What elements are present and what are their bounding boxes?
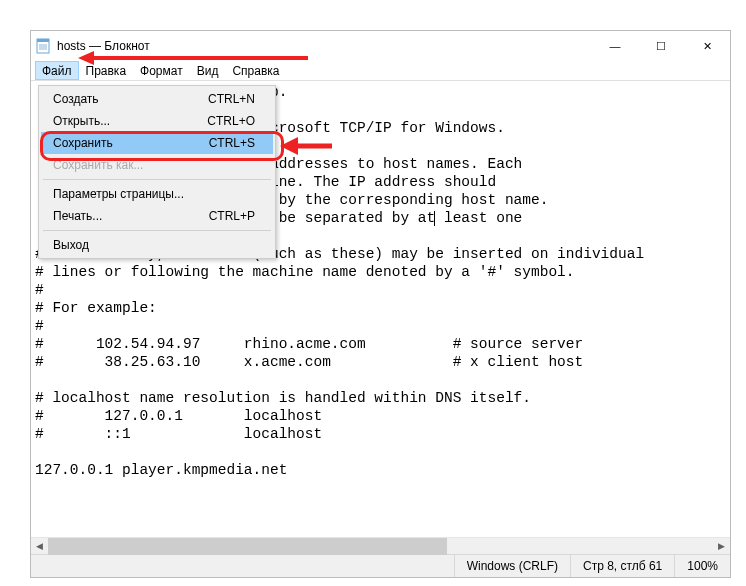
menu-label: Выход bbox=[53, 238, 89, 252]
menu-separator bbox=[43, 179, 271, 180]
notepad-icon bbox=[35, 38, 51, 54]
menu-view[interactable]: Вид bbox=[190, 61, 226, 80]
editor-line: # ::1 localhost bbox=[35, 425, 726, 443]
titlebar[interactable]: hosts — Блокнот — ☐ ✕ bbox=[31, 31, 730, 61]
menu-shortcut: CTRL+P bbox=[209, 209, 255, 223]
editor-line: # For example: bbox=[35, 299, 726, 317]
maximize-button[interactable]: ☐ bbox=[638, 31, 684, 61]
menu-separator bbox=[43, 230, 271, 231]
editor-line: # localhost name resolution is handled w… bbox=[35, 389, 726, 407]
editor-line: # lines or following the machine name de… bbox=[35, 263, 726, 281]
menu-help[interactable]: Справка bbox=[225, 61, 286, 80]
scroll-left-button[interactable]: ◀ bbox=[31, 538, 48, 555]
menu-label: Создать bbox=[53, 92, 99, 106]
status-encoding: Windows (CRLF) bbox=[454, 555, 570, 577]
menu-label: Сохранить bbox=[53, 136, 113, 150]
editor-line: # bbox=[35, 317, 726, 335]
menu-item-open[interactable]: Открыть...CTRL+O bbox=[41, 110, 273, 132]
menu-item-create[interactable]: СоздатьCTRL+N bbox=[41, 88, 273, 110]
menu-shortcut: CTRL+O bbox=[207, 114, 255, 128]
editor-line: # 38.25.63.10 x.acme.com # x client host bbox=[35, 353, 726, 371]
menu-item-print[interactable]: Печать...CTRL+P bbox=[41, 205, 273, 227]
editor-line bbox=[35, 443, 726, 461]
editor-line: # bbox=[35, 281, 726, 299]
menu-format[interactable]: Формат bbox=[133, 61, 190, 80]
menu-shortcut: CTRL+S bbox=[209, 136, 255, 150]
window-title: hosts — Блокнот bbox=[57, 39, 592, 53]
editor-line: # 102.54.94.97 rhino.acme.com # source s… bbox=[35, 335, 726, 353]
menu-edit[interactable]: Правка bbox=[79, 61, 134, 80]
menu-shortcut: CTRL+N bbox=[208, 92, 255, 106]
menu-label: Параметры страницы... bbox=[53, 187, 184, 201]
menu-label: Сохранить как... bbox=[53, 158, 143, 172]
editor-line: 127.0.0.1 player.kmpmedia.net bbox=[35, 461, 726, 479]
menubar: Файл Правка Формат Вид Справка bbox=[31, 61, 730, 81]
minimize-button[interactable]: — bbox=[592, 31, 638, 61]
scroll-right-button[interactable]: ▶ bbox=[713, 538, 730, 555]
text-caret bbox=[434, 211, 435, 226]
svg-rect-1 bbox=[37, 39, 49, 42]
menu-label: Открыть... bbox=[53, 114, 110, 128]
menu-file[interactable]: Файл bbox=[35, 61, 79, 80]
menu-item-saveas: Сохранить как... bbox=[41, 154, 273, 176]
menu-item-save[interactable]: СохранитьCTRL+S bbox=[41, 132, 273, 154]
editor-line bbox=[35, 371, 726, 389]
status-zoom: 100% bbox=[674, 555, 730, 577]
horizontal-scrollbar[interactable]: ◀ ▶ bbox=[31, 537, 730, 554]
window-controls: — ☐ ✕ bbox=[592, 31, 730, 61]
scroll-thumb[interactable] bbox=[48, 538, 447, 555]
statusbar: Windows (CRLF) Стр 8, стлб 61 100% bbox=[31, 554, 730, 577]
menu-item-exit[interactable]: Выход bbox=[41, 234, 273, 256]
status-position: Стр 8, стлб 61 bbox=[570, 555, 674, 577]
file-menu-dropdown: СоздатьCTRL+N Открыть...CTRL+O Сохранить… bbox=[38, 85, 276, 259]
editor-line: # 127.0.0.1 localhost bbox=[35, 407, 726, 425]
menu-item-pagesetup[interactable]: Параметры страницы... bbox=[41, 183, 273, 205]
close-button[interactable]: ✕ bbox=[684, 31, 730, 61]
scroll-track[interactable] bbox=[48, 538, 713, 555]
menu-label: Печать... bbox=[53, 209, 102, 223]
